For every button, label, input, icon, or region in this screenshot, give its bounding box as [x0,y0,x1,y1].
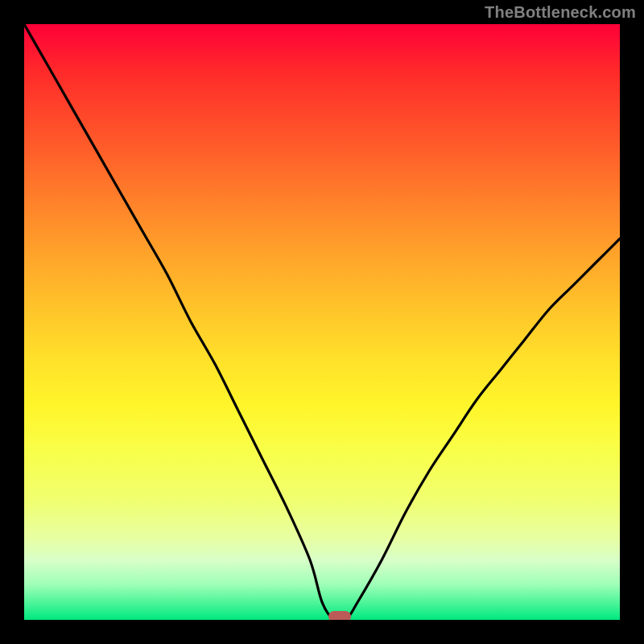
watermark-text: TheBottleneck.com [485,3,636,22]
chart-frame: TheBottleneck.com [0,0,644,644]
plot-area [24,24,620,620]
optimum-marker [328,611,351,620]
bottleneck-curve [24,24,620,620]
